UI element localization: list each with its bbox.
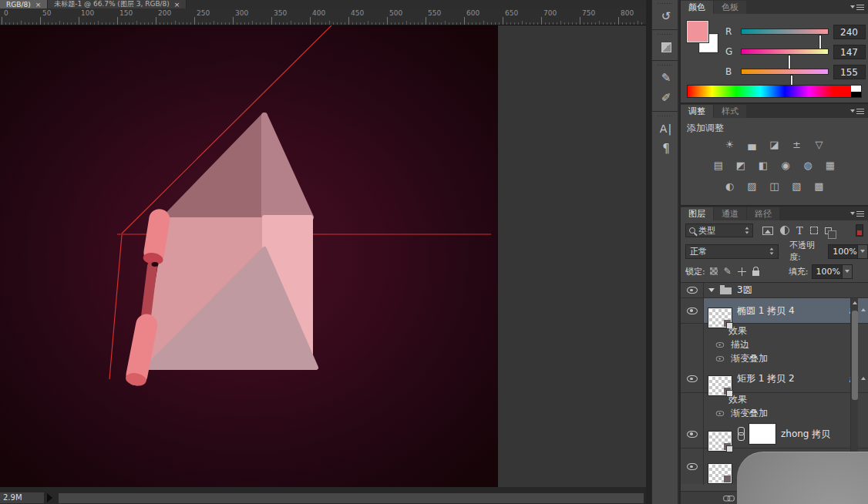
filter-shape-layers-icon[interactable]: [810, 227, 818, 234]
layer-filter-type-select[interactable]: 类型: [685, 223, 753, 237]
fill-value-field[interactable]: 100%: [812, 264, 843, 279]
panel-menu-icon[interactable]: [850, 108, 864, 114]
effect-name[interactable]: 描边: [731, 338, 749, 351]
blue-value-field[interactable]: 155: [833, 65, 866, 79]
color-balance-icon[interactable]: ◩: [733, 159, 749, 172]
fill-dropdown-icon[interactable]: [843, 264, 853, 279]
character-panel-icon[interactable]: A|: [652, 119, 680, 139]
layer-name[interactable]: 椭圆 1 拷贝 4: [737, 304, 795, 318]
tab-adjustments[interactable]: 调整: [681, 105, 713, 118]
close-tab-icon[interactable]: ×: [174, 1, 180, 8]
tab-swatches[interactable]: 色板: [714, 1, 746, 14]
layer-name[interactable]: 矩形 1 拷贝 2: [737, 372, 795, 385]
opacity-dropdown-icon[interactable]: [858, 244, 868, 259]
threshold-icon[interactable]: ◫: [767, 180, 782, 193]
visibility-cell[interactable]: [681, 283, 704, 297]
color-lookup-icon[interactable]: ▦: [823, 159, 838, 172]
group-expand-icon[interactable]: [708, 288, 715, 292]
dock-grip[interactable]: [657, 115, 674, 118]
eye-icon[interactable]: [716, 342, 725, 348]
layer-group-row[interactable]: 3圆: [681, 283, 868, 298]
link-layers-icon[interactable]: [723, 495, 734, 500]
horizontal-scrollbar[interactable]: [59, 493, 644, 503]
effect-row-gradient-overlay[interactable]: 渐变叠加: [681, 351, 868, 365]
dock-grip[interactable]: [657, 64, 674, 67]
mask-link-icon[interactable]: [737, 427, 744, 441]
visibility-cell[interactable]: [681, 298, 704, 323]
invert-icon[interactable]: ◐: [722, 180, 738, 193]
effect-name[interactable]: 渐变叠加: [731, 352, 768, 365]
layer-filter-toggle[interactable]: [856, 224, 863, 237]
paragraph-panel-icon[interactable]: ¶: [652, 139, 680, 159]
tab-layers[interactable]: 图层: [681, 207, 713, 220]
tab-channels[interactable]: 通道: [714, 207, 746, 220]
eye-icon[interactable]: [716, 356, 725, 361]
filter-pixel-layers-icon[interactable]: [762, 227, 773, 235]
lock-pixels-icon[interactable]: ✎: [724, 266, 732, 277]
blue-slider[interactable]: [741, 69, 829, 75]
filter-type-layers-icon[interactable]: T: [796, 225, 803, 237]
tab-paths[interactable]: 路径: [747, 207, 779, 220]
layer-row-ellipse-copy4[interactable]: 椭圆 1 拷贝 4 fx: [681, 298, 868, 324]
brush-panel-icon[interactable]: ✎: [652, 68, 680, 88]
layer-row-rect-copy2[interactable]: 矩形 1 拷贝 2 fx: [681, 365, 868, 393]
layer-thumbnail[interactable]: [708, 432, 732, 451]
lock-position-icon[interactable]: [738, 267, 746, 276]
document-tab-untitled[interactable]: 未标题-1 @ 66.7% (图层 3, RGB/8) ×: [48, 0, 187, 8]
filter-smart-objects-icon[interactable]: [825, 227, 832, 234]
color-spectrum-ramp[interactable]: [687, 85, 862, 98]
black-white-icon[interactable]: ◧: [755, 159, 771, 172]
vibrance-icon[interactable]: ▽: [812, 138, 827, 151]
eye-icon[interactable]: [687, 307, 698, 314]
brightness-contrast-icon[interactable]: ☀: [722, 138, 738, 151]
scrollbar-thumb[interactable]: [852, 311, 858, 400]
layer-mask-thumbnail[interactable]: [749, 424, 775, 444]
filter-adjustment-layers-icon[interactable]: [780, 226, 789, 235]
document-size-readout[interactable]: 2.9M: [0, 492, 44, 503]
foreground-color-swatch[interactable]: [687, 21, 708, 42]
eye-icon[interactable]: [716, 411, 725, 416]
levels-icon[interactable]: ▄: [745, 138, 760, 151]
history-panel-icon[interactable]: ↺: [652, 6, 680, 26]
gradient-map-icon[interactable]: ▩: [812, 180, 827, 193]
layer-thumbnail[interactable]: [708, 464, 732, 483]
properties-panel-icon[interactable]: [652, 37, 680, 57]
status-arrow-icon[interactable]: [47, 493, 52, 502]
hue-saturation-icon[interactable]: ▤: [711, 159, 726, 172]
collapse-effects-icon[interactable]: [861, 377, 866, 380]
exposure-icon[interactable]: ±: [789, 138, 805, 151]
panel-menu-icon[interactable]: [850, 210, 864, 217]
eye-icon[interactable]: [687, 287, 698, 294]
layer-row-zhong-copy[interactable]: zhong 拷贝: [681, 420, 868, 449]
selective-color-icon[interactable]: ▧: [789, 180, 805, 193]
canvas[interactable]: [0, 25, 498, 487]
layer-name[interactable]: zhong 拷贝: [781, 428, 830, 441]
lock-all-icon[interactable]: [752, 270, 759, 276]
tab-color[interactable]: 颜色: [681, 1, 713, 14]
effect-name[interactable]: 渐变叠加: [731, 407, 768, 420]
visibility-cell[interactable]: [681, 420, 704, 448]
photo-filter-icon[interactable]: ◉: [778, 159, 793, 172]
tab-styles[interactable]: 样式: [714, 105, 746, 118]
close-tab-icon[interactable]: ×: [35, 1, 42, 8]
lock-transparency-icon[interactable]: [710, 267, 718, 275]
dock-grip[interactable]: [657, 2, 674, 5]
curves-icon[interactable]: ◪: [767, 138, 782, 151]
eye-icon[interactable]: [687, 431, 698, 438]
panel-menu-icon[interactable]: [850, 4, 864, 10]
red-slider[interactable]: [741, 29, 829, 35]
opacity-value-field[interactable]: 100%: [828, 244, 858, 259]
brush-presets-panel-icon[interactable]: ✐: [652, 88, 680, 108]
red-value-field[interactable]: 240: [833, 25, 866, 39]
effect-row-gradient-overlay[interactable]: 渐变叠加: [681, 406, 868, 420]
group-name[interactable]: 3圆: [737, 284, 752, 297]
posterize-icon[interactable]: ▨: [745, 180, 760, 193]
dock-grip[interactable]: [657, 33, 674, 36]
channel-mixer-icon[interactable]: ◍: [800, 159, 816, 172]
blend-mode-select[interactable]: 正常: [685, 244, 779, 259]
effect-row-stroke[interactable]: 描边: [681, 338, 868, 351]
visibility-cell[interactable]: [681, 365, 704, 392]
eye-icon[interactable]: [687, 375, 698, 382]
green-value-field[interactable]: 147: [833, 45, 866, 59]
collapse-effects-icon[interactable]: [861, 308, 866, 311]
